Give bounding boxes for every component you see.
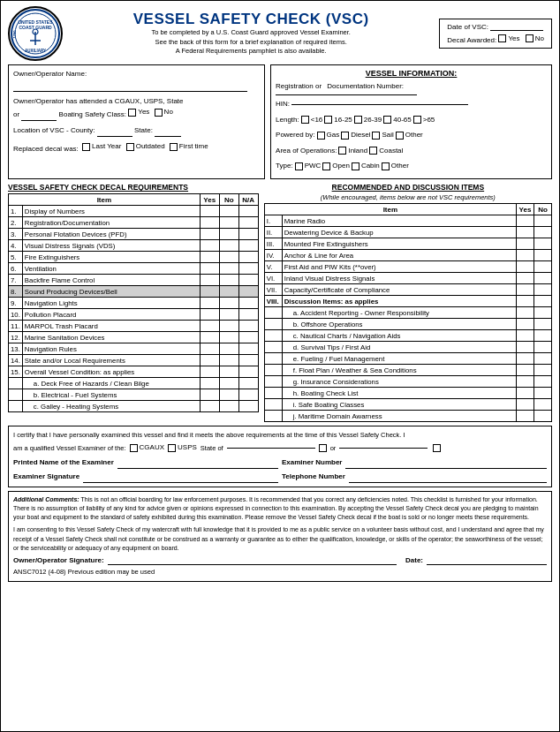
- powered-row: Powered by: Gas Diesel Sail Other: [276, 129, 547, 141]
- gas-cb[interactable]: [317, 132, 325, 140]
- no-col-header: No: [219, 194, 238, 206]
- other-powered-cb[interactable]: [396, 132, 404, 140]
- registration-row: Registration or Documentation Number:: [276, 80, 547, 95]
- sail-cb[interactable]: [372, 132, 380, 140]
- table-row: II. Dewatering Device & Backup: [264, 227, 551, 238]
- rec-yes-header: Yes: [517, 204, 534, 215]
- table-row: i. Safe Boating Classes: [264, 399, 551, 411]
- inland-cb[interactable]: [338, 147, 346, 155]
- footer-sig-row: Owner/Operator Signature: Date:: [13, 555, 547, 566]
- decal-table-title: VESSEL SAFETY CHECK DECAL REQUIREMENTS: [8, 183, 259, 192]
- open-cb[interactable]: [322, 162, 330, 170]
- vessel-info-panel: VESSEL INFORMATION: Registration or Docu…: [270, 64, 552, 179]
- diesel-cb[interactable]: [341, 132, 349, 140]
- table-row: VI. Inland Visual Distress Signals: [264, 273, 551, 284]
- len-lt16-cb[interactable]: [301, 116, 309, 124]
- boating-yes-checkbox[interactable]: [128, 109, 136, 117]
- page: UNITED STATES COAST GUARD AUXILIARY 1790…: [0, 0, 560, 732]
- table-row: c. Galley - Heating Systems: [9, 401, 259, 412]
- decal-yes-checkbox[interactable]: [498, 34, 506, 42]
- decal-requirements-table: Item Yes No N/A 1. Display of Numbers 2.…: [8, 193, 259, 412]
- examiner-num-label: Examiner Number: [282, 457, 342, 469]
- rec-no-header: No: [534, 204, 552, 215]
- table-row: 4. Visual Distress Signals (VDS): [9, 240, 259, 252]
- state-cert-cb[interactable]: [319, 444, 327, 452]
- last-year-checkbox[interactable]: [82, 143, 90, 151]
- recommended-section: RECOMMENDED AND DISCUSSION ITEMS (While …: [264, 183, 552, 422]
- subtitle-2: See the back of this form for a brief ex…: [70, 38, 432, 48]
- rec-table-title: RECOMMENDED AND DISCUSSION ITEMS: [264, 183, 552, 192]
- consent-text: I am consenting to this Vessel Safety Ch…: [13, 525, 547, 552]
- table-row: j. Maritime Domain Awarness: [264, 411, 551, 422]
- table-row: I. Marine Radio: [264, 215, 551, 227]
- table-row: VIII. Discussion Items: as applies: [264, 296, 551, 307]
- subtitle-3: A Federal Requirements pamphlet is also …: [70, 47, 432, 57]
- table-row: 2. Registration/Documentation: [9, 217, 259, 229]
- rec-item-header: Item: [264, 204, 516, 215]
- other-type-cb[interactable]: [382, 162, 390, 170]
- table-row: 12. Marine Sanitation Devices: [9, 332, 259, 343]
- len-2639-cb[interactable]: [354, 116, 362, 124]
- cgaux-field: Owner/Operator has attended a CGAUX, USP…: [13, 96, 260, 121]
- coastal-cb[interactable]: [369, 147, 377, 155]
- table-row: a. Deck Free of Hazards / Clean Bilge: [9, 378, 259, 389]
- first-time-checkbox[interactable]: [170, 143, 178, 151]
- table-row: b. Electrical - Fuel Systems: [9, 389, 259, 401]
- table-row: d. Survival Tips / First Aid: [264, 342, 551, 353]
- owner-sig-field: Owner/Operator Signature:: [13, 555, 397, 566]
- len-4065-cb[interactable]: [383, 116, 391, 124]
- subtitle-1: To be completed by a U.S. Coast Guard ap…: [70, 28, 432, 38]
- table-row: 1. Display of Numbers: [9, 206, 259, 217]
- svg-text:AUXILIARY: AUXILIARY: [25, 49, 46, 53]
- cgaux-cert-cb[interactable]: [130, 444, 138, 452]
- yes-col-header: Yes: [200, 194, 219, 206]
- rec-table: Item Yes No I. Marine Radio II. Dewateri…: [264, 203, 552, 422]
- table-row: h. Boating Check List: [264, 388, 551, 399]
- printed-name-label: Printed Name of the Examiner: [13, 457, 114, 469]
- date-decal-box: Date of VSC: Decal Awarded: Yes No: [439, 19, 552, 49]
- table-row: 3. Personal Flotation Devices (PFD): [9, 229, 259, 240]
- cert-printed-row: Printed Name of the Examiner Examiner Nu…: [13, 457, 547, 469]
- table-row: III. Mounted Fire Extinguishers: [264, 238, 551, 250]
- form-title: VESSEL SAFETY CHECK (VSC): [70, 11, 432, 28]
- owner-panel: Owner/Operator Name: Owner/Operator has …: [8, 64, 265, 179]
- item-col-header: Item: [9, 194, 201, 206]
- tables-grid: VESSEL SAFETY CHECK DECAL REQUIREMENTS I…: [8, 183, 552, 422]
- table-row: a. Accident Reporting - Owner Responsibi…: [264, 307, 551, 319]
- table-row: 8. Sound Producing Devices/Bell: [9, 286, 259, 298]
- usps-cert-cb[interactable]: [168, 444, 176, 452]
- or-cert-cb[interactable]: [433, 444, 441, 452]
- additional-section: Additional Comments: This is not an offi…: [8, 491, 552, 582]
- hin-row: HIN:: [276, 98, 547, 110]
- table-row: f. Float Plan / Weather & Sea Conditions: [264, 365, 551, 376]
- location-field: Location of VSC - County: State:: [13, 125, 260, 137]
- coast-guard-logo: UNITED STATES COAST GUARD AUXILIARY 1790: [8, 6, 63, 61]
- outdated-checkbox[interactable]: [126, 143, 134, 151]
- vessel-info-title: VESSEL INFORMATION:: [276, 69, 547, 78]
- owner-name-field: Owner/Operator Name:: [13, 69, 260, 92]
- svg-text:1790: 1790: [12, 30, 17, 39]
- header-title-block: VESSEL SAFETY CHECK (VSC) To be complete…: [70, 11, 432, 57]
- table-row: 10. Pollution Placard: [9, 309, 259, 321]
- pwc-cb[interactable]: [295, 162, 303, 170]
- table-row: 14. State and/or Local Requirements: [9, 355, 259, 366]
- additional-title: Additional Comments: This is not an offi…: [13, 495, 547, 522]
- cert-line2: am a qualified Vessel Examiner of the: C…: [13, 441, 547, 455]
- len-gt65-cb[interactable]: [413, 116, 421, 124]
- na-col-header: N/A: [238, 194, 258, 206]
- cert-sig-row: Examiner Signature Telephone Number: [13, 472, 547, 483]
- boating-no-checkbox[interactable]: [155, 109, 163, 117]
- cabin-cb[interactable]: [352, 162, 359, 170]
- table-row: c. Nautical Charts / Navigation Aids: [264, 330, 551, 342]
- additional-text2: I am consenting to this Vessel Safety Ch…: [13, 526, 544, 550]
- decal-no-checkbox[interactable]: [526, 34, 534, 42]
- table-row: 6. Ventilation: [9, 263, 259, 275]
- table-row: 15. Overall Vessel Condition: as applies: [9, 366, 259, 378]
- table-row: 9. Navigation Lights: [9, 298, 259, 309]
- date-of-vsc: Date of VSC:: [447, 23, 544, 31]
- table-row: 13. Navigation Rules: [9, 343, 259, 355]
- len-1625-cb[interactable]: [324, 116, 332, 124]
- table-row: 7. Backfire Flame Control: [9, 275, 259, 286]
- owner-vessel-grid: Owner/Operator Name: Owner/Operator has …: [8, 64, 552, 179]
- table-row: VII. Capacity/Certificate of Compliance: [264, 284, 551, 296]
